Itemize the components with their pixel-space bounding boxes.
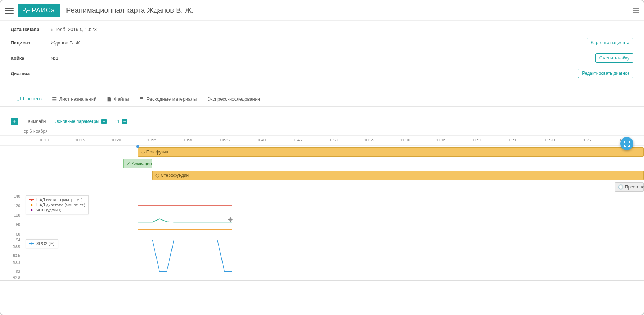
bar-label: Престанс <box>625 184 644 190</box>
logo-text: РАИСа <box>32 7 55 14</box>
expand-icon <box>624 140 630 147</box>
fullscreen-fab[interactable] <box>620 137 633 150</box>
info-action-button[interactable]: Сменить койку <box>595 53 633 63</box>
info-label: Дата начала <box>11 27 51 32</box>
pulse-icon <box>23 8 30 13</box>
spin-icon: ◌ <box>155 173 159 178</box>
vitals-chart-spo2[interactable]: 92.89393.393.593.894 SPO2 (%) <box>0 237 644 281</box>
subtab-label: Таймлайн <box>26 119 46 124</box>
time-tick: 11:00 <box>400 138 410 142</box>
now-line <box>232 193 232 237</box>
legend-swatch <box>29 205 34 205</box>
y-tick: 120 <box>14 204 20 208</box>
tab-label: Лист назначений <box>59 96 96 102</box>
tab-label: Расходные материалы <box>147 96 197 102</box>
time-tick: 10:45 <box>292 138 302 142</box>
info-label: Пациент <box>11 40 51 46</box>
info-label: Койка <box>11 55 51 61</box>
legend-item: SPO2 (%) <box>29 241 55 246</box>
timeline-bar[interactable]: 🕐Престанс <box>615 182 644 192</box>
time-tick: 11:25 <box>581 138 591 142</box>
y-tick: 100 <box>14 213 20 217</box>
move-cursor-icon: ✥ <box>228 216 233 223</box>
timeline-bar[interactable]: ✓Амикацин <box>123 159 152 168</box>
time-tick: 11:15 <box>509 138 519 142</box>
clock-icon: 🕐 <box>618 184 624 190</box>
legend-item: НАД систала (мм. рт. ст.) <box>29 197 85 202</box>
tab-Расходные материалы[interactable]: Расходные материалы <box>134 92 202 106</box>
tab-Лист назначений[interactable]: Лист назначений <box>47 92 101 106</box>
check-icon: ✓ <box>127 161 130 166</box>
subtab-main-params[interactable]: Основные параметры − <box>50 116 111 127</box>
time-tick: 10:40 <box>256 138 266 142</box>
y-tick: 140 <box>14 194 20 198</box>
chart2-yaxis: 92.89393.393.593.894 <box>0 237 22 280</box>
tab-Процесс[interactable]: Процесс <box>11 92 47 106</box>
timeline-bar[interactable]: ◌Гелофузин <box>138 147 644 157</box>
info-row: Койка№1Сменить койку <box>0 50 644 66</box>
app-window: РАИСа Реанимационная карта Жданов В. Ж. … <box>0 0 644 315</box>
add-tab-button[interactable]: + <box>11 118 18 125</box>
sub-tabs: + Таймлайн Основные параметры − 11 − <box>0 116 644 127</box>
subtab-count-label: 11 <box>115 119 120 124</box>
info-value: Жданов В. Ж. <box>51 40 587 46</box>
start-marker <box>136 145 139 148</box>
legend-swatch <box>29 199 34 200</box>
y-tick: 93.8 <box>13 244 20 248</box>
info-action-button[interactable]: Карточка пациента <box>587 38 633 47</box>
subtab-timeline[interactable]: Таймлайн <box>21 116 50 127</box>
legend-label: SPO2 (%) <box>36 241 55 246</box>
time-tick: 11:10 <box>473 138 483 142</box>
timeline-bar[interactable]: ◌Стерофундин <box>152 171 644 180</box>
time-tick: 10:20 <box>111 138 122 142</box>
timeline-area: ср 6 ноября 10:1010:1510:2010:2510:3010:… <box>0 127 644 281</box>
chart-line <box>138 219 232 222</box>
y-tick: 80 <box>16 223 20 227</box>
time-tick: 10:25 <box>147 138 158 142</box>
subtab-label: Основные параметры <box>54 119 99 124</box>
tab-Файлы[interactable]: Файлы <box>101 92 134 106</box>
info-value: №1 <box>51 55 595 61</box>
legend-label: ЧСС (уд/мин) <box>36 208 61 212</box>
info-row: ПациентЖданов В. Ж.Карточка пациента <box>0 35 644 50</box>
time-tick: 11:05 <box>436 138 447 142</box>
legend-item: НАД диастала (мм. рт. ст.) <box>29 202 85 207</box>
timeline-body[interactable]: ◌Гелофузин✓Амикацин◌Стерофундин🕐Престанс <box>0 146 644 193</box>
page-title: Реанимационная карта Жданов В. Ж. <box>66 6 194 15</box>
subtab-count[interactable]: 11 − <box>111 116 131 127</box>
legend-swatch <box>29 243 34 244</box>
chart1-yaxis: 6080100120140 <box>0 193 22 237</box>
y-tick: 94 <box>16 238 20 242</box>
now-line <box>232 237 232 280</box>
bar-label: Гелофузин <box>146 149 168 155</box>
minus-icon[interactable]: − <box>122 119 127 124</box>
minus-icon[interactable]: − <box>101 119 107 124</box>
info-action-button[interactable]: Редактировать диагноз <box>578 69 633 78</box>
vitals-chart-bp-hr[interactable]: ✥ 6080100120140 НАД систала (мм. рт. ст.… <box>0 193 644 237</box>
info-row: Дата начала6 нояб. 2019 г., 10:23 <box>0 24 644 35</box>
svg-rect-0 <box>16 97 20 100</box>
time-axis: 10:1010:1510:2010:2510:3010:3510:4010:45… <box>0 136 644 146</box>
legend-swatch <box>29 210 34 210</box>
time-tick: 10:30 <box>184 138 194 142</box>
time-tick: 10:10 <box>39 138 49 142</box>
hamburger-menu-icon[interactable] <box>5 6 14 15</box>
time-tick: 10:35 <box>220 138 230 142</box>
chart1-plot <box>22 193 644 237</box>
app-logo[interactable]: РАИСа <box>18 4 60 17</box>
spin-icon: ◌ <box>141 149 145 155</box>
info-value: 6 нояб. 2019 г., 10:23 <box>51 27 633 32</box>
chart2-legend: SPO2 (%) <box>26 239 58 248</box>
chart1-legend: НАД систала (мм. рт. ст.)НАД диастала (м… <box>26 195 89 214</box>
right-menu-icon[interactable] <box>633 7 639 14</box>
bar-label: Стерофундин <box>161 173 189 178</box>
main-tabs: ПроцессЛист назначенийФайлыРасходные мат… <box>0 92 644 107</box>
timeline-date: ср 6 ноября <box>0 127 644 136</box>
chart2-plot <box>22 237 644 281</box>
legend-item: ЧСС (уд/мин) <box>29 207 85 213</box>
tab-label: Процесс <box>23 96 42 101</box>
chart-line <box>138 240 232 272</box>
info-row: ДиагнозРедактировать диагноз <box>0 66 644 81</box>
tab-Экспресс-исследования[interactable]: Экспресс-исследования <box>202 92 265 106</box>
y-tick: 93.3 <box>13 260 20 264</box>
